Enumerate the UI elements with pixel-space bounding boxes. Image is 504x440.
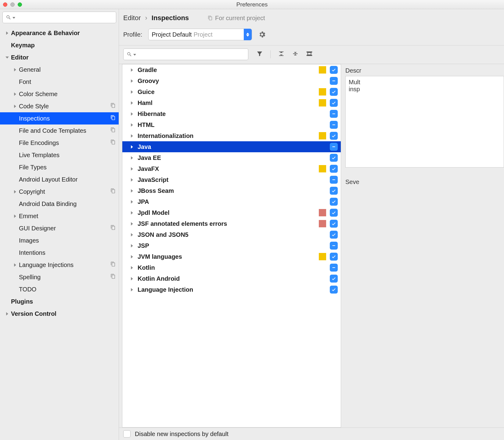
- inspection-checkbox[interactable]: [330, 143, 338, 151]
- profile-settings-button[interactable]: [258, 31, 266, 38]
- sidebar-item[interactable]: General: [0, 63, 119, 76]
- inspections-search[interactable]: [123, 49, 248, 60]
- inspection-checkbox[interactable]: [330, 165, 338, 173]
- chevron-right-icon[interactable]: [12, 215, 18, 218]
- sidebar-item[interactable]: Code Style: [0, 100, 119, 112]
- sidebar-item[interactable]: Plugins: [0, 295, 119, 308]
- chevron-right-icon[interactable]: [129, 112, 135, 116]
- chevron-right-icon[interactable]: [12, 190, 18, 193]
- inspection-row[interactable]: Java EE: [122, 152, 341, 163]
- inspection-checkbox[interactable]: [330, 132, 338, 140]
- inspection-checkbox[interactable]: [330, 88, 338, 96]
- chevron-right-icon[interactable]: [129, 277, 135, 280]
- chevron-right-icon[interactable]: [12, 92, 18, 96]
- chevron-down-icon[interactable]: [4, 56, 10, 59]
- inspection-checkbox[interactable]: [330, 77, 338, 85]
- sidebar-item[interactable]: File Types: [0, 161, 119, 173]
- sidebar-search[interactable]: [2, 12, 116, 23]
- chevron-right-icon[interactable]: [4, 31, 10, 35]
- chevron-right-icon[interactable]: [129, 101, 135, 105]
- sidebar-item[interactable]: Keymap: [0, 39, 119, 51]
- inspection-checkbox[interactable]: [330, 99, 338, 107]
- collapse-all-button[interactable]: [292, 50, 299, 59]
- inspection-row[interactable]: JPA: [122, 196, 341, 207]
- chevron-right-icon[interactable]: [12, 105, 18, 108]
- chevron-right-icon[interactable]: [129, 167, 135, 171]
- inspection-checkbox[interactable]: [330, 275, 338, 283]
- inspection-row[interactable]: JSP: [122, 240, 341, 251]
- chevron-right-icon[interactable]: [129, 211, 135, 215]
- inspection-checkbox[interactable]: [330, 286, 338, 294]
- inspection-row[interactable]: Guice: [122, 86, 341, 97]
- chevron-right-icon[interactable]: [129, 156, 135, 160]
- chevron-right-icon[interactable]: [129, 145, 135, 149]
- sidebar-item[interactable]: File Encodings: [0, 137, 119, 149]
- sidebar-item[interactable]: Color Scheme: [0, 88, 119, 100]
- inspections-list[interactable]: GradleGroovyGuiceHamlHibernateHTMLIntern…: [122, 64, 341, 427]
- zoom-window-button[interactable]: [18, 2, 22, 7]
- inspection-row[interactable]: JSON and JSON5: [122, 229, 341, 240]
- sidebar-item[interactable]: TODO: [0, 283, 119, 295]
- inspections-search-input[interactable]: [137, 51, 245, 58]
- inspection-row[interactable]: JavaFX: [122, 163, 341, 174]
- profile-select-stepper-icon[interactable]: [244, 29, 252, 40]
- sidebar-item[interactable]: Font: [0, 76, 119, 88]
- chevron-right-icon[interactable]: [129, 200, 135, 204]
- close-window-button[interactable]: [3, 2, 7, 7]
- chevron-right-icon[interactable]: [129, 134, 135, 138]
- inspection-row[interactable]: Jpdl Model: [122, 207, 341, 218]
- sidebar-item[interactable]: Copyright: [0, 186, 119, 198]
- inspection-checkbox[interactable]: [330, 220, 338, 228]
- inspection-checkbox[interactable]: [330, 198, 338, 206]
- inspection-row[interactable]: JVM languages: [122, 251, 341, 262]
- sidebar-item[interactable]: File and Code Templates: [0, 124, 119, 137]
- inspection-checkbox[interactable]: [330, 187, 338, 195]
- sidebar-item[interactable]: Android Layout Editor: [0, 173, 119, 186]
- inspection-checkbox[interactable]: [330, 242, 338, 250]
- chevron-right-icon[interactable]: [129, 222, 135, 225]
- sidebar-item[interactable]: Live Templates: [0, 149, 119, 161]
- search-history-dropdown-icon[interactable]: [13, 14, 15, 21]
- chevron-right-icon[interactable]: [129, 189, 135, 193]
- inspection-checkbox[interactable]: [330, 154, 338, 162]
- minimize-window-button[interactable]: [10, 2, 15, 7]
- inspection-checkbox[interactable]: [330, 176, 338, 184]
- chevron-right-icon[interactable]: [129, 288, 135, 291]
- inspection-checkbox[interactable]: [330, 66, 338, 74]
- disable-new-inspections-checkbox[interactable]: [123, 430, 131, 438]
- inspection-checkbox[interactable]: [330, 121, 338, 129]
- inspection-row[interactable]: Java: [122, 141, 341, 152]
- inspection-row[interactable]: Language Injection: [122, 284, 341, 295]
- sidebar-item[interactable]: Editor: [0, 51, 119, 63]
- view-toggle-button[interactable]: [306, 50, 313, 59]
- chevron-right-icon[interactable]: [129, 255, 135, 258]
- sidebar-item[interactable]: Emmet: [0, 210, 119, 222]
- chevron-right-icon[interactable]: [129, 79, 135, 83]
- sidebar-item[interactable]: Images: [0, 234, 119, 247]
- inspection-row[interactable]: Gradle: [122, 64, 341, 75]
- inspection-row[interactable]: Hibernate: [122, 108, 341, 119]
- chevron-right-icon[interactable]: [12, 68, 18, 71]
- chevron-right-icon[interactable]: [129, 178, 135, 182]
- profile-select[interactable]: Project Default Project: [148, 29, 252, 40]
- inspection-row[interactable]: Groovy: [122, 75, 341, 86]
- inspection-checkbox[interactable]: [330, 209, 338, 217]
- inspection-row[interactable]: JavaScript: [122, 174, 341, 185]
- inspection-checkbox[interactable]: [330, 253, 338, 261]
- inspection-checkbox[interactable]: [330, 231, 338, 239]
- inspection-row[interactable]: Kotlin Android: [122, 273, 341, 284]
- inspection-row[interactable]: Kotlin: [122, 262, 341, 273]
- chevron-right-icon[interactable]: [129, 90, 135, 94]
- chevron-right-icon[interactable]: [129, 123, 135, 127]
- sidebar-item[interactable]: Android Data Binding: [0, 198, 119, 210]
- inspection-row[interactable]: Internationalization: [122, 130, 341, 141]
- sidebar-search-input[interactable]: [16, 14, 113, 21]
- filter-button[interactable]: [256, 50, 263, 59]
- sidebar-item[interactable]: Intentions: [0, 247, 119, 259]
- chevron-right-icon[interactable]: [129, 266, 135, 269]
- sidebar-item[interactable]: Appearance & Behavior: [0, 27, 119, 39]
- expand-all-button[interactable]: [278, 50, 285, 59]
- inspection-checkbox[interactable]: [330, 264, 338, 272]
- inspection-row[interactable]: JSF annotated elements errors: [122, 218, 341, 229]
- sidebar-item[interactable]: Version Control: [0, 308, 119, 320]
